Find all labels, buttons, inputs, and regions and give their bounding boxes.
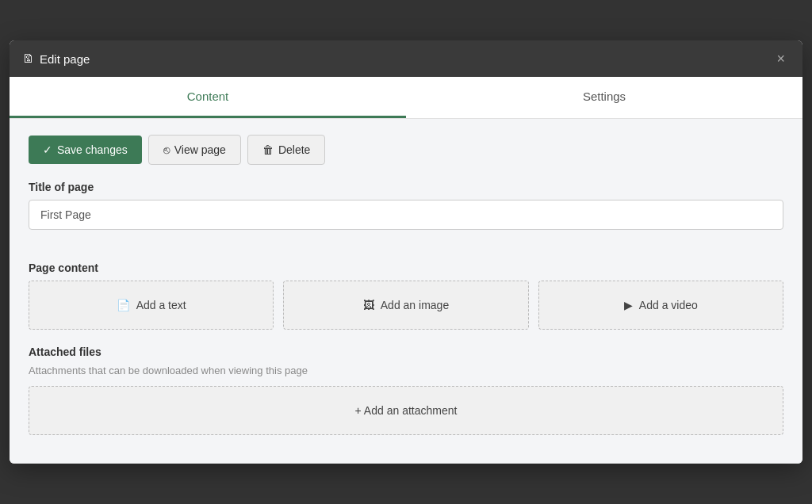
page-content-section: Page content 📄 Add a text 🖼 Add an image… <box>29 262 783 330</box>
add-attachment-button[interactable]: + Add an attachment <box>29 386 783 435</box>
attached-label: Attached files <box>29 346 783 358</box>
view-label: View page <box>174 143 226 156</box>
add-text-button[interactable]: 📄 Add a text <box>29 281 274 330</box>
delete-button[interactable]: 🗑 Delete <box>247 135 325 165</box>
check-icon: ✓ <box>43 143 52 156</box>
modal-title: Edit page <box>40 52 90 66</box>
title-input[interactable] <box>29 200 783 230</box>
external-link-icon: ⎋ <box>163 143 170 156</box>
tabs-bar: Content Settings <box>10 77 802 119</box>
view-page-button[interactable]: ⎋ View page <box>148 135 241 165</box>
image-icon: 🖼 <box>363 299 374 311</box>
add-text-label: Add a text <box>136 299 186 311</box>
add-image-label: Add an image <box>381 299 449 311</box>
trash-icon: 🗑 <box>262 143 274 156</box>
delete-label: Delete <box>278 143 310 156</box>
modal-title-area: 🖻 Edit page <box>22 52 90 66</box>
toolbar: ✓ Save changes ⎋ View page 🗑 Delete <box>29 135 783 165</box>
modal-body: ✓ Save changes ⎋ View page 🗑 Delete Titl… <box>10 119 802 464</box>
save-changes-button[interactable]: ✓ Save changes <box>29 136 142 164</box>
page-icon: 🖻 <box>22 52 33 65</box>
attached-subtitle: Attachments that can be downloaded when … <box>29 365 783 376</box>
add-video-button[interactable]: ▶ Add a video <box>538 281 783 330</box>
content-buttons-group: 📄 Add a text 🖼 Add an image ▶ Add a vide… <box>29 281 783 330</box>
tab-settings[interactable]: Settings <box>406 77 802 118</box>
edit-page-modal: 🖻 Edit page × Content Settings ✓ Save ch… <box>10 40 802 464</box>
add-attachment-label: + Add an attachment <box>355 404 458 417</box>
text-icon: 📄 <box>117 299 130 311</box>
close-button[interactable]: × <box>772 50 790 67</box>
video-icon: ▶ <box>624 299 633 311</box>
page-content-label: Page content <box>29 262 783 274</box>
tab-content[interactable]: Content <box>10 77 406 118</box>
modal-header: 🖻 Edit page × <box>10 40 802 77</box>
title-section: Title of page <box>29 181 783 246</box>
title-label: Title of page <box>29 181 783 193</box>
modal-overlay: 🖻 Edit page × Content Settings ✓ Save ch… <box>0 0 812 504</box>
add-video-label: Add a video <box>639 299 698 311</box>
save-label: Save changes <box>57 143 128 156</box>
add-image-button[interactable]: 🖼 Add an image <box>283 281 528 330</box>
attached-files-section: Attached files Attachments that can be d… <box>29 346 783 435</box>
